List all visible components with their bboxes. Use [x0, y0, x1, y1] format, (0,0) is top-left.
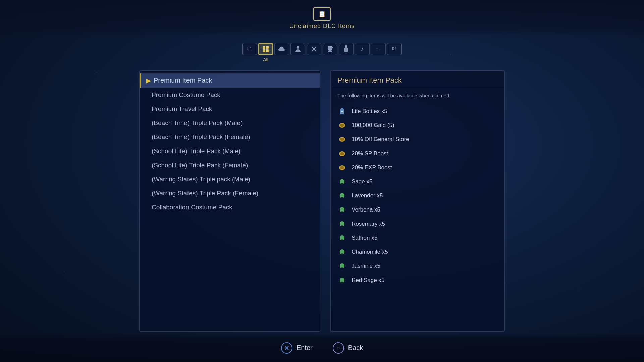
svg-rect-9 — [345, 45, 347, 46]
item-row-verbena: Verbena x5 — [331, 203, 504, 217]
list-item-warring-states-male[interactable]: (Warring States) Triple pack (Male) — [140, 172, 320, 186]
item-icon-bottle — [337, 107, 347, 116]
item-label: 20% EXP Boost — [352, 164, 392, 171]
item-label: Life Bottles x5 — [352, 108, 387, 115]
svg-rect-10 — [341, 108, 343, 109]
item-label: Jasmine x5 — [352, 263, 380, 269]
list-item-label: Premium Item Pack — [154, 77, 212, 84]
item-icon-coin — [337, 163, 347, 172]
item-icon-leaf — [337, 191, 347, 200]
enter-label: Enter — [297, 344, 313, 352]
right-panel: Premium Item Pack The following items wi… — [330, 70, 505, 332]
cross-button — [281, 342, 292, 354]
svg-rect-0 — [263, 46, 265, 49]
item-icon-leaf — [337, 219, 347, 229]
right-panel-desc: The following items will be available wh… — [331, 88, 504, 102]
svg-point-4 — [297, 46, 299, 49]
list-item-school-life-male[interactable]: (School Life) Triple Pack (Male) — [140, 144, 320, 158]
top-header: 📋 Unclaimed DLC Items — [0, 0, 644, 37]
item-icon-leaf — [337, 247, 347, 257]
item-label: Verbena x5 — [352, 206, 380, 213]
item-row-exp-boost: 20% EXP Boost — [331, 161, 504, 175]
item-row-chamomile: Chamomile x5 — [331, 245, 504, 259]
list-item-label: (School Life) Triple Pack (Male) — [152, 147, 240, 155]
item-icon-coin — [337, 149, 347, 158]
svg-point-20 — [340, 166, 344, 169]
filter-all-label: All — [263, 57, 268, 62]
item-label: 20% SP Boost — [352, 150, 388, 157]
filter-nav-right[interactable]: R1 — [387, 43, 402, 55]
item-icon-leaf — [337, 205, 347, 215]
item-row-sp-boost: 20% SP Boost — [331, 146, 504, 161]
item-row-red-sage: Red Sage x5 — [331, 273, 504, 287]
header-title: Unclaimed DLC Items — [289, 23, 355, 30]
item-row-jasmine: Jasmine x5 — [331, 259, 504, 273]
list-item-label: Premium Costume Pack — [152, 91, 220, 99]
list-item-school-life-female[interactable]: (School Life) Triple Pack (Female) — [140, 158, 320, 172]
list-item-label: Premium Travel Pack — [152, 105, 212, 113]
filter-btn-bottle[interactable] — [339, 43, 354, 55]
item-row-rosemary: Rosemary x5 — [331, 217, 504, 231]
item-label: Red Sage x5 — [352, 277, 384, 284]
list-item-premium-costume-pack[interactable]: Premium Costume Pack — [140, 88, 320, 102]
svg-rect-1 — [266, 46, 269, 49]
item-label: Saffron x5 — [352, 235, 377, 241]
list-item-label: (Beach Time) Triple Pack (Female) — [152, 133, 250, 141]
list-item-premium-travel-pack[interactable]: Premium Travel Pack — [140, 102, 320, 116]
item-row-saffron: Saffron x5 — [331, 231, 504, 245]
item-icon-coin — [337, 121, 347, 130]
header-icon: 📋 — [313, 7, 331, 21]
item-icon-leaf — [337, 276, 347, 285]
item-label: Sage x5 — [352, 178, 372, 185]
main-content: ▶ Premium Item Pack Premium Costume Pack… — [0, 70, 644, 332]
list-item-warring-states-female[interactable]: (Warring States) Triple Pack (Female) — [140, 186, 320, 200]
enter-action[interactable]: Enter — [281, 342, 313, 354]
svg-rect-8 — [328, 51, 332, 52]
item-icon-leaf — [337, 261, 347, 271]
item-row-lavender: Lavender x5 — [331, 189, 504, 203]
filter-btn-cup[interactable] — [323, 43, 337, 55]
svg-rect-7 — [329, 51, 331, 51]
filter-nav-left[interactable]: L1 — [242, 43, 257, 55]
filter-btn-all[interactable] — [258, 43, 273, 55]
bottom-bar: Enter ○ Back — [0, 334, 644, 362]
svg-point-18 — [340, 152, 344, 155]
circle-button: ○ — [333, 342, 344, 354]
item-row-life-bottles: Life Bottles x5 — [331, 104, 504, 118]
filter-btn-more[interactable]: ··· — [371, 43, 386, 55]
item-icon-leaf — [337, 177, 347, 186]
item-icon-coin — [337, 135, 347, 144]
item-label: Chamomile x5 — [352, 249, 388, 255]
filter-btn-all-wrapper: All — [258, 43, 273, 55]
filter-btn-cloud[interactable] — [274, 43, 289, 55]
filter-btn-music[interactable]: ♪ — [355, 43, 370, 55]
list-item-label: (Warring States) Triple Pack (Female) — [152, 190, 258, 197]
list-item-label: (Warring States) Triple pack (Male) — [152, 176, 250, 183]
list-item-label: Collaboration Costume Pack — [152, 204, 232, 211]
item-label: Rosemary x5 — [352, 221, 385, 227]
item-row-store-discount: 10% Off General Store — [331, 132, 504, 146]
svg-rect-2 — [263, 49, 265, 52]
list-item-collab-costume-pack[interactable]: Collaboration Costume Pack — [140, 200, 320, 215]
list-item-label: (Beach Time) Triple Pack (Male) — [152, 119, 243, 127]
item-label: 100,000 Gald (5) — [352, 122, 394, 129]
filter-bar: L1 All — [242, 43, 402, 55]
item-row-gald: 100,000 Gald (5) — [331, 118, 504, 132]
selected-arrow: ▶ — [146, 77, 151, 84]
svg-point-14 — [340, 124, 344, 127]
item-label: 10% Off General Store — [352, 136, 409, 143]
list-item-label: (School Life) Triple Pack (Female) — [152, 162, 248, 169]
filter-btn-person[interactable] — [290, 43, 305, 55]
items-list[interactable]: Life Bottles x5 100,000 Gald (5) — [331, 102, 504, 331]
list-item-premium-item-pack[interactable]: ▶ Premium Item Pack — [140, 73, 320, 88]
item-label: Lavender x5 — [352, 192, 383, 199]
back-label: Back — [348, 344, 363, 352]
back-action[interactable]: ○ Back — [333, 342, 363, 354]
filter-btn-sword[interactable] — [307, 43, 321, 55]
list-item-beach-time-female[interactable]: (Beach Time) Triple Pack (Female) — [140, 130, 320, 144]
item-icon-leaf — [337, 233, 347, 243]
list-item-beach-time-male[interactable]: (Beach Time) Triple Pack (Male) — [140, 116, 320, 130]
item-row-sage: Sage x5 — [331, 175, 504, 189]
left-panel: ▶ Premium Item Pack Premium Costume Pack… — [139, 70, 320, 332]
svg-rect-3 — [266, 49, 269, 52]
